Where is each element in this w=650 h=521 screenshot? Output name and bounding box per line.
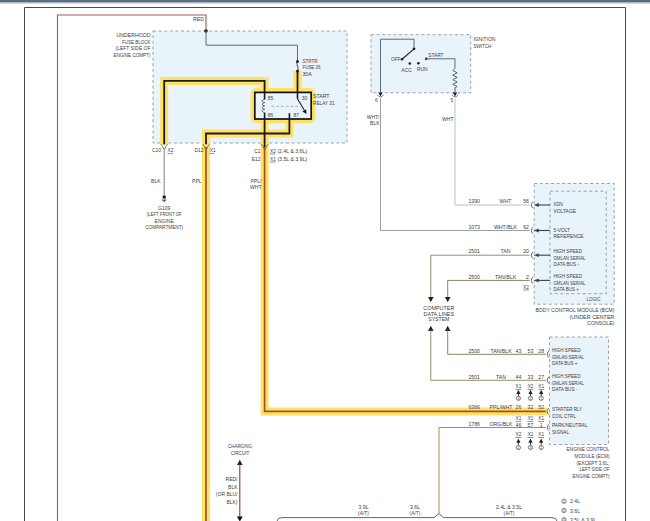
svg-text:X2: X2 bbox=[270, 149, 276, 154]
svg-text:46: 46 bbox=[516, 422, 522, 428]
svg-text:2501: 2501 bbox=[468, 374, 480, 380]
svg-text:DATA BUS -: DATA BUS - bbox=[552, 386, 578, 392]
svg-text:30A: 30A bbox=[303, 71, 313, 77]
svg-text:TAN/BLK: TAN/BLK bbox=[490, 348, 512, 354]
svg-text:PPL/WHT: PPL/WHT bbox=[489, 404, 513, 410]
svg-text:WHT: WHT bbox=[500, 198, 513, 204]
svg-text:C1: C1 bbox=[254, 149, 261, 154]
svg-text:1073: 1073 bbox=[468, 224, 480, 230]
svg-text:TAN/BLK: TAN/BLK bbox=[495, 274, 517, 280]
svg-text:1786: 1786 bbox=[468, 421, 480, 427]
svg-text:FUSE BLOCK: FUSE BLOCK bbox=[122, 39, 151, 45]
svg-text:20: 20 bbox=[523, 248, 529, 254]
svg-text:1: 1 bbox=[540, 422, 543, 428]
svg-text:57: 57 bbox=[528, 422, 534, 428]
svg-text:DATA BUS -: DATA BUS - bbox=[554, 261, 580, 267]
svg-text:27: 27 bbox=[538, 374, 544, 380]
svg-text:PPL: PPL bbox=[192, 178, 202, 184]
svg-text:CIRCUIT: CIRCUIT bbox=[231, 450, 250, 456]
svg-text:X1: X1 bbox=[528, 432, 534, 437]
svg-text:(3.5L & 3.9L): (3.5L & 3.9L) bbox=[277, 157, 307, 162]
svg-text:1: 1 bbox=[540, 397, 542, 401]
svg-text:LOGIC: LOGIC bbox=[587, 296, 601, 302]
svg-text:MODULE (ECM): MODULE (ECM) bbox=[575, 453, 610, 459]
svg-text:GMLAN SERIAL: GMLAN SERIAL bbox=[552, 380, 584, 386]
svg-text:GMLAN SERIAL: GMLAN SERIAL bbox=[554, 280, 586, 286]
svg-text:43: 43 bbox=[516, 348, 522, 354]
svg-text:GMLAN SERIAL: GMLAN SERIAL bbox=[552, 354, 584, 360]
svg-text:E12: E12 bbox=[252, 157, 261, 162]
svg-text:ACC: ACC bbox=[401, 67, 412, 73]
svg-text:53: 53 bbox=[528, 348, 534, 354]
svg-text:HIGH SPEED: HIGH SPEED bbox=[552, 373, 581, 379]
svg-text:(2.4L & 3.6L): (2.4L & 3.6L) bbox=[277, 149, 307, 154]
svg-text:X1: X1 bbox=[538, 416, 544, 421]
svg-text:X2: X2 bbox=[523, 285, 529, 290]
svg-text:5: 5 bbox=[451, 98, 454, 103]
svg-text:X2: X2 bbox=[528, 384, 534, 389]
svg-text:X1: X1 bbox=[270, 157, 276, 162]
svg-text:SWITCH: SWITCH bbox=[473, 43, 491, 49]
svg-text:ORG/BLK: ORG/BLK bbox=[489, 421, 513, 427]
svg-text:IGN: IGN bbox=[554, 201, 564, 207]
svg-text:(A/T): (A/T) bbox=[504, 510, 515, 516]
svg-text:G109: G109 bbox=[158, 205, 170, 211]
svg-text:X2: X2 bbox=[168, 148, 174, 153]
svg-text:ENGINE COMPT): ENGINE COMPT) bbox=[573, 473, 610, 479]
svg-text:5-VOLT: 5-VOLT bbox=[554, 227, 571, 233]
svg-text:2501: 2501 bbox=[468, 248, 480, 254]
svg-text:X1: X1 bbox=[538, 432, 544, 437]
svg-text:WHT/BLK: WHT/BLK bbox=[494, 224, 518, 230]
svg-text:WHT/: WHT/ bbox=[367, 114, 380, 120]
svg-text:X1: X1 bbox=[516, 384, 522, 389]
svg-text:UNDERHOOD: UNDERHOOD bbox=[117, 32, 151, 38]
svg-text:X1: X1 bbox=[538, 384, 544, 389]
svg-text:WHT: WHT bbox=[250, 184, 261, 190]
svg-text:X1: X1 bbox=[516, 416, 522, 421]
svg-text:FUSE 26: FUSE 26 bbox=[303, 64, 321, 70]
svg-text:PARK/NEUTRAL: PARK/NEUTRAL bbox=[552, 422, 588, 428]
svg-text:6: 6 bbox=[375, 98, 378, 103]
svg-text:RED: RED bbox=[193, 16, 204, 22]
svg-text:D12: D12 bbox=[195, 148, 204, 153]
svg-text:(A/T): (A/T) bbox=[410, 510, 421, 516]
svg-text:TAN: TAN bbox=[501, 248, 511, 254]
svg-text:PPL/: PPL/ bbox=[251, 178, 262, 184]
svg-text:TAN: TAN bbox=[496, 374, 506, 380]
svg-text:1: 1 bbox=[563, 500, 565, 504]
svg-text:SIGNAL: SIGNAL bbox=[552, 429, 569, 435]
svg-text:(UNDER CENTER: (UNDER CENTER bbox=[570, 314, 615, 320]
svg-text:ENGINE: ENGINE bbox=[155, 218, 175, 224]
svg-text:33: 33 bbox=[528, 374, 534, 380]
svg-text:CHARGING: CHARGING bbox=[228, 443, 252, 449]
svg-text:WHT: WHT bbox=[442, 116, 453, 122]
svg-text:IGNITION: IGNITION bbox=[473, 36, 495, 42]
svg-text:COMPARTMENT): COMPARTMENT) bbox=[145, 224, 183, 230]
svg-text:BLK: BLK bbox=[228, 484, 238, 490]
svg-text:1: 1 bbox=[540, 446, 542, 450]
svg-text:HIGH SPEED: HIGH SPEED bbox=[552, 347, 581, 353]
svg-text:2500: 2500 bbox=[468, 348, 480, 354]
svg-text:44: 44 bbox=[516, 374, 522, 380]
svg-text:52: 52 bbox=[538, 404, 544, 410]
svg-text:C10: C10 bbox=[152, 148, 161, 153]
svg-text:HIGH SPEED: HIGH SPEED bbox=[554, 273, 583, 279]
svg-text:DATA BUS +: DATA BUS + bbox=[554, 286, 580, 292]
svg-text:2500: 2500 bbox=[468, 274, 480, 280]
svg-text:32: 32 bbox=[528, 404, 534, 410]
svg-text:30: 30 bbox=[302, 96, 308, 101]
svg-text:(A/T): (A/T) bbox=[358, 510, 369, 516]
svg-text:3.6L: 3.6L bbox=[410, 504, 420, 510]
svg-text:BLK: BLK bbox=[370, 120, 380, 126]
svg-text:2: 2 bbox=[530, 397, 532, 401]
svg-text:COIL CTRL: COIL CTRL bbox=[552, 413, 576, 419]
svg-text:BLK): BLK) bbox=[226, 499, 237, 505]
svg-text:1390: 1390 bbox=[468, 198, 480, 204]
svg-text:ENGINE COMPT): ENGINE COMPT) bbox=[114, 52, 151, 58]
svg-text:START: START bbox=[428, 52, 444, 58]
svg-text:RELAY 31: RELAY 31 bbox=[313, 100, 335, 106]
svg-text:BODY CONTROL MODULE (BCM): BODY CONTROL MODULE (BCM) bbox=[536, 307, 615, 313]
svg-text:X1: X1 bbox=[528, 416, 534, 421]
svg-text:87: 87 bbox=[294, 113, 300, 118]
svg-text:85: 85 bbox=[268, 96, 274, 101]
